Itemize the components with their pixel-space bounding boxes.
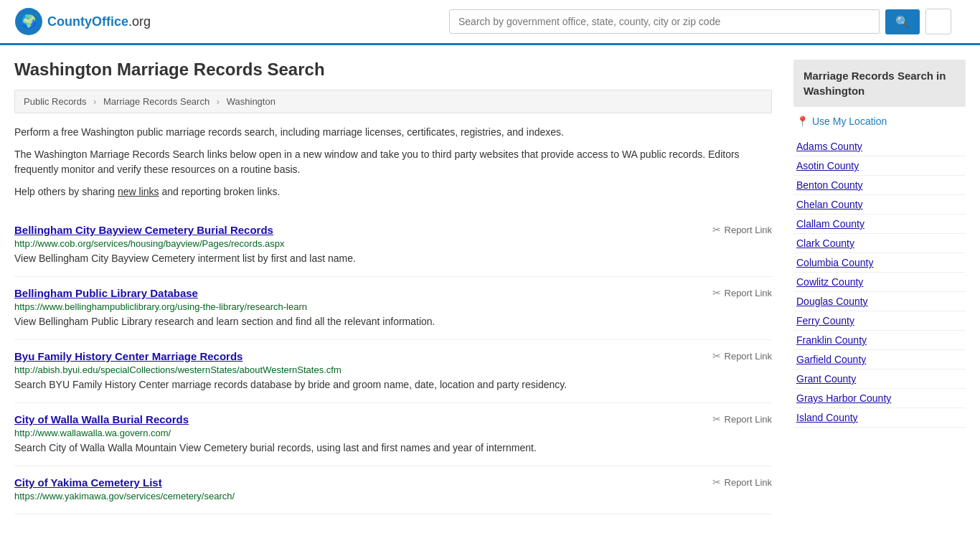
county-link[interactable]: Chelan County <box>793 195 966 215</box>
description-3-pre: Help others by sharing <box>14 186 118 197</box>
record-title[interactable]: City of Yakima Cemetery List <box>14 476 162 489</box>
county-link[interactable]: Grays Harbor County <box>793 389 966 408</box>
county-link[interactable]: Asotin County <box>793 156 966 176</box>
record-description: Search City of Walla Walla Mountain View… <box>14 441 772 456</box>
county-link[interactable]: Adams County <box>793 137 966 156</box>
sidebar: Marriage Records Search in Washington 📍 … <box>793 60 966 514</box>
description-3-post: and reporting broken links. <box>159 186 281 197</box>
report-link[interactable]: ✂ Report Link <box>712 413 772 425</box>
logo-icon: 🌍 <box>14 7 43 36</box>
county-link[interactable]: Island County <box>793 408 966 428</box>
record-item: City of Walla Walla Burial Records ✂ Rep… <box>14 403 772 466</box>
record-header: City of Walla Walla Burial Records ✂ Rep… <box>14 413 772 425</box>
breadcrumb: Public Records › Marriage Records Search… <box>14 90 772 113</box>
report-link[interactable]: ✂ Report Link <box>712 350 772 362</box>
record-header: City of Yakima Cemetery List ✂ Report Li… <box>14 476 772 489</box>
record-item: City of Yakima Cemetery List ✂ Report Li… <box>14 466 772 514</box>
record-title[interactable]: Byu Family History Center Marriage Recor… <box>14 350 242 362</box>
content: Washington Marriage Records Search Publi… <box>14 60 772 514</box>
county-link[interactable]: Clallam County <box>793 215 966 234</box>
county-link[interactable]: Ferry County <box>793 311 966 331</box>
record-url[interactable]: https://www.bellinghampubliclibrary.org/… <box>14 301 772 312</box>
record-title[interactable]: Bellingham Public Library Database <box>14 287 198 299</box>
report-link[interactable]: ✂ Report Link <box>712 476 772 488</box>
county-link[interactable]: Douglas County <box>793 292 966 311</box>
description-2: The Washington Marriage Records Search l… <box>14 147 772 177</box>
county-link[interactable]: Garfield County <box>793 350 966 369</box>
county-link[interactable]: Franklin County <box>793 331 966 350</box>
description-1: Perform a free Washington public marriag… <box>14 125 772 140</box>
scissors-icon: ✂ <box>712 350 721 362</box>
logo-text: CountyOffice.org <box>47 14 151 29</box>
search-button[interactable]: 🔍 <box>885 9 920 34</box>
breadcrumb-separator: › <box>93 96 96 107</box>
record-title[interactable]: City of Walla Walla Burial Records <box>14 413 189 425</box>
record-item: Bellingham Public Library Database ✂ Rep… <box>14 277 772 340</box>
location-pin-icon: 📍 <box>796 116 809 127</box>
record-url[interactable]: http://www.cob.org/services/housing/bayv… <box>14 238 772 249</box>
main-layout: Washington Marriage Records Search Publi… <box>0 45 980 529</box>
sidebar-title: Marriage Records Search in Washington <box>793 60 966 107</box>
records-list: Bellingham City Bayview Cemetery Burial … <box>14 214 772 514</box>
search-icon: 🔍 <box>895 16 910 28</box>
record-title[interactable]: Bellingham City Bayview Cemetery Burial … <box>14 224 273 236</box>
menu-button[interactable] <box>925 9 951 34</box>
scissors-icon: ✂ <box>712 287 721 298</box>
record-url[interactable]: http://abish.byui.edu/specialCollections… <box>14 364 772 375</box>
county-link[interactable]: Columbia County <box>793 253 966 273</box>
header: 🌍 CountyOffice.org 🔍 <box>0 0 980 45</box>
logo[interactable]: 🌍 CountyOffice.org <box>14 7 151 36</box>
scissors-icon: ✂ <box>712 413 721 425</box>
record-description: View Bellingham City Bayview Cemetery in… <box>14 251 772 266</box>
page-title: Washington Marriage Records Search <box>14 60 772 80</box>
search-area: 🔍 <box>449 9 951 34</box>
county-link[interactable]: Clark County <box>793 234 966 253</box>
breadcrumb-link-marriage-records[interactable]: Marriage Records Search <box>103 96 209 107</box>
new-links-link[interactable]: new links <box>118 186 159 197</box>
svg-text:🌍: 🌍 <box>21 14 37 29</box>
record-description: Search BYU Family History Center marriag… <box>14 377 772 392</box>
scissors-icon: ✂ <box>712 476 721 488</box>
breadcrumb-current: Washington <box>227 96 275 107</box>
county-link[interactable]: Cowlitz County <box>793 273 966 292</box>
search-input[interactable] <box>449 9 880 34</box>
record-header: Bellingham Public Library Database ✂ Rep… <box>14 287 772 299</box>
record-item: Byu Family History Center Marriage Recor… <box>14 340 772 403</box>
county-list: Adams CountyAsotin CountyBenton CountyCh… <box>793 137 966 428</box>
description-3: Help others by sharing new links and rep… <box>14 184 772 199</box>
record-header: Bellingham City Bayview Cemetery Burial … <box>14 224 772 236</box>
county-link[interactable]: Grant County <box>793 369 966 389</box>
breadcrumb-link-public-records[interactable]: Public Records <box>24 96 86 107</box>
scissors-icon: ✂ <box>712 224 721 235</box>
county-link[interactable]: Benton County <box>793 176 966 195</box>
record-header: Byu Family History Center Marriage Recor… <box>14 350 772 362</box>
use-my-location-label: Use My Location <box>812 116 887 127</box>
record-url[interactable]: https://www.yakimawa.gov/services/cemete… <box>14 491 772 501</box>
report-link[interactable]: ✂ Report Link <box>712 224 772 235</box>
record-url[interactable]: http://www.wallawalla.wa.govern.com/ <box>14 428 772 438</box>
record-description: View Bellingham Public Library research … <box>14 314 772 329</box>
record-item: Bellingham City Bayview Cemetery Burial … <box>14 214 772 277</box>
report-link[interactable]: ✂ Report Link <box>712 287 772 298</box>
breadcrumb-separator: › <box>217 96 220 107</box>
use-my-location[interactable]: 📍 Use My Location <box>793 116 966 127</box>
